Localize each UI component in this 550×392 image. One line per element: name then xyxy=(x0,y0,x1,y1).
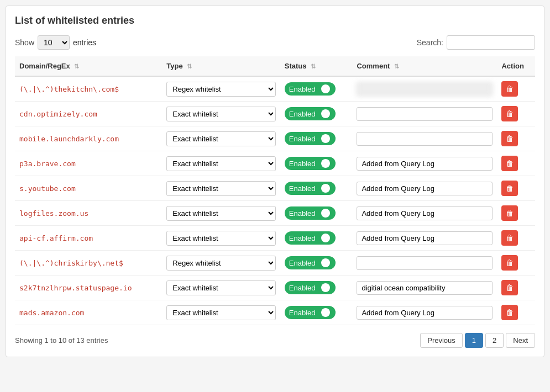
comment-cell xyxy=(352,176,497,201)
delete-button[interactable]: 🗑 xyxy=(501,255,518,271)
sort-icon-comment[interactable]: ⇅ xyxy=(394,63,399,70)
comment-cell xyxy=(352,126,497,151)
comment-cell xyxy=(352,300,497,325)
table-row: logfiles.zoom.usExact whitelistRegex whi… xyxy=(15,201,535,226)
type-select[interactable]: Exact whitelistRegex whitelist xyxy=(166,82,276,97)
status-cell: Enabled xyxy=(280,251,353,276)
sort-icon-domain[interactable]: ⇅ xyxy=(74,63,79,70)
comment-input[interactable] xyxy=(357,256,493,270)
status-toggle[interactable]: Enabled xyxy=(285,256,336,269)
status-cell: Enabled xyxy=(280,176,353,201)
comment-cell xyxy=(352,201,497,226)
status-text: Enabled xyxy=(289,184,316,193)
type-select[interactable]: Exact whitelistRegex whitelist xyxy=(166,206,276,221)
table-row: mads.amazon.comExact whitelistRegex whit… xyxy=(15,300,535,325)
entries-label: entries xyxy=(73,38,96,47)
sort-icon-status[interactable]: ⇅ xyxy=(311,63,316,70)
delete-button[interactable]: 🗑 xyxy=(501,81,518,97)
type-select[interactable]: Exact whitelistRegex whitelist xyxy=(166,107,276,121)
status-text: Enabled xyxy=(289,284,316,292)
action-cell: 🗑 xyxy=(497,151,535,176)
page-2-button[interactable]: 2 xyxy=(485,333,504,348)
search-label: Search: xyxy=(417,38,443,47)
sort-icon-type[interactable]: ⇅ xyxy=(187,63,192,70)
type-cell: Exact whitelistRegex whitelist xyxy=(162,300,280,325)
type-select[interactable]: Exact whitelistRegex whitelist xyxy=(166,131,276,146)
status-toggle[interactable]: Enabled xyxy=(285,306,336,319)
toggle-knob xyxy=(321,134,330,143)
page-title: List of whitelisted entries xyxy=(15,15,535,27)
type-select[interactable]: Exact whitelistRegex whitelist xyxy=(166,280,276,295)
delete-button[interactable]: 🗑 xyxy=(501,181,518,196)
comment-cell xyxy=(352,151,497,176)
status-toggle[interactable]: Enabled xyxy=(285,82,336,96)
type-select[interactable]: Exact whitelistRegex whitelist xyxy=(166,181,276,196)
delete-button[interactable]: 🗑 xyxy=(501,106,518,121)
action-cell: 🗑 xyxy=(497,300,535,325)
type-cell: Exact whitelistRegex whitelist xyxy=(162,276,280,300)
th-comment: Comment ⇅ xyxy=(352,56,497,76)
type-select[interactable]: Exact whitelistRegex whitelist xyxy=(166,256,276,271)
domain-value: cdn.optimizely.com xyxy=(19,110,97,118)
table-row: s2k7tnzlhrpw.statuspage.ioExact whitelis… xyxy=(15,276,535,300)
status-toggle[interactable]: Enabled xyxy=(285,231,336,245)
domain-cell: (\.|\.^)thekitchn\.com$ xyxy=(15,76,162,102)
comment-input[interactable] xyxy=(357,231,493,245)
delete-button[interactable]: 🗑 xyxy=(501,305,518,320)
comment-input[interactable] xyxy=(357,157,493,171)
status-toggle[interactable]: Enabled xyxy=(285,132,336,145)
comment-input[interactable] xyxy=(357,82,493,96)
comment-input[interactable] xyxy=(357,182,493,195)
domain-value: p3a.brave.com xyxy=(19,160,76,168)
type-cell: Exact whitelistRegex whitelist xyxy=(162,151,280,176)
status-toggle[interactable]: Enabled xyxy=(285,206,336,220)
status-text: Enabled xyxy=(289,160,316,168)
status-toggle[interactable]: Enabled xyxy=(285,107,336,120)
delete-button[interactable]: 🗑 xyxy=(501,131,518,146)
th-action: Action xyxy=(497,56,535,76)
toggle-knob xyxy=(321,283,330,292)
table-controls: Show 10 25 50 100 entries Search: xyxy=(15,35,535,50)
th-domain: Domain/RegEx ⇅ xyxy=(15,56,162,76)
comment-input[interactable] xyxy=(357,107,493,121)
status-toggle[interactable]: Enabled xyxy=(285,157,336,170)
comment-input[interactable] xyxy=(357,206,493,220)
domain-cell: s2k7tnzlhrpw.statuspage.io xyxy=(15,276,162,300)
comment-cell xyxy=(352,276,497,300)
comment-input[interactable] xyxy=(357,132,493,146)
status-toggle[interactable]: Enabled xyxy=(285,281,336,294)
action-cell: 🗑 xyxy=(497,102,535,126)
next-button[interactable]: Next xyxy=(506,333,535,348)
action-cell: 🗑 xyxy=(497,226,535,251)
status-cell: Enabled xyxy=(280,151,353,176)
table-row: p3a.brave.comExact whitelistRegex whitel… xyxy=(15,151,535,176)
type-select[interactable]: Exact whitelistRegex whitelist xyxy=(166,231,276,246)
pagination: Previous 1 2 Next xyxy=(420,333,535,348)
domain-cell: api-cf.affirm.com xyxy=(15,226,162,251)
table-row: api-cf.affirm.comExact whitelistRegex wh… xyxy=(15,226,535,251)
entries-select[interactable]: 10 25 50 100 xyxy=(38,35,70,50)
domain-cell: (\.|\.^)chriskirby\.net$ xyxy=(15,251,162,276)
comment-input[interactable] xyxy=(357,281,493,295)
previous-button[interactable]: Previous xyxy=(420,333,463,348)
comment-input[interactable] xyxy=(357,306,493,320)
toggle-knob xyxy=(321,159,330,168)
show-label: Show xyxy=(15,38,34,47)
domain-value: s.youtube.com xyxy=(19,184,76,193)
delete-button[interactable]: 🗑 xyxy=(501,230,518,246)
type-cell: Exact whitelistRegex whitelist xyxy=(162,76,280,102)
type-select[interactable]: Exact whitelistRegex whitelist xyxy=(166,305,276,320)
status-text: Enabled xyxy=(289,110,316,118)
page-1-button[interactable]: 1 xyxy=(465,333,483,348)
type-select[interactable]: Exact whitelistRegex whitelist xyxy=(166,156,276,171)
delete-button[interactable]: 🗑 xyxy=(501,205,518,221)
type-cell: Exact whitelistRegex whitelist xyxy=(162,102,280,126)
table-row: mobile.launchdarkly.comExact whitelistRe… xyxy=(15,126,535,151)
delete-button[interactable]: 🗑 xyxy=(501,280,518,295)
search-input[interactable] xyxy=(447,35,535,50)
toggle-knob xyxy=(321,234,330,242)
domain-value: (\.|\.^)chriskirby\.net$ xyxy=(19,259,123,267)
th-status: Status ⇅ xyxy=(280,56,353,76)
delete-button[interactable]: 🗑 xyxy=(501,156,518,171)
status-toggle[interactable]: Enabled xyxy=(285,182,336,195)
